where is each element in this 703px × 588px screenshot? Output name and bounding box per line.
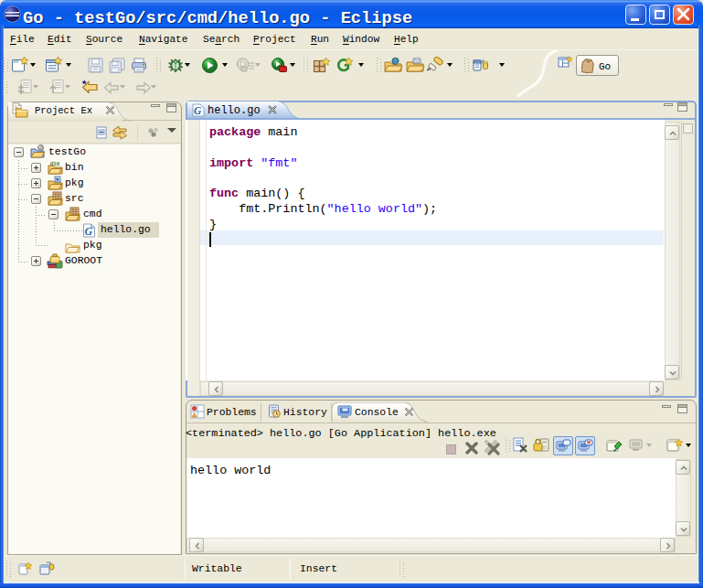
svg-text:G: G	[194, 105, 202, 116]
svg-text:G: G	[85, 225, 93, 238]
svg-text:010: 010	[50, 161, 60, 166]
